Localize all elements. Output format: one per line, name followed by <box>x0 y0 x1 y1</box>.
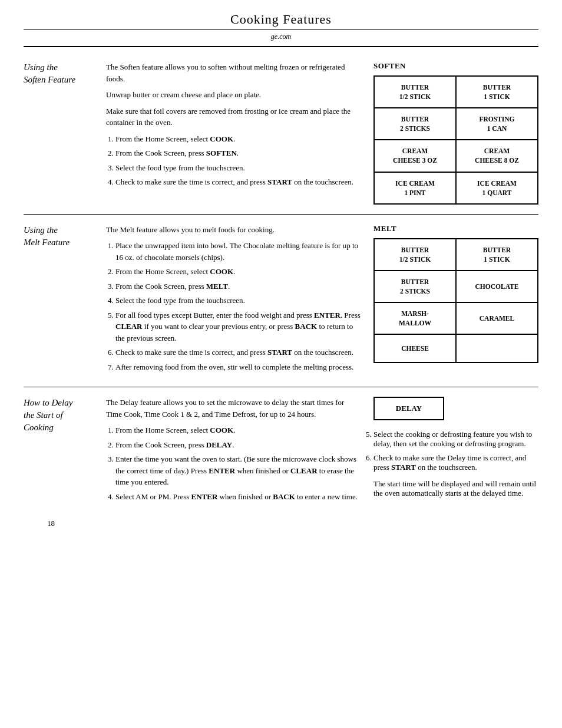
btn-melt-butter-half-stick[interactable]: BUTTER1/2 STICK <box>375 239 457 271</box>
delay-right: DELAY Select the cooking or defrosting f… <box>373 397 538 498</box>
delay-section: How to Delaythe Start ofCooking The Dela… <box>24 387 538 516</box>
soften-step-1: From the Home Screen, select COOK. <box>115 133 362 145</box>
btn-cream-cheese-3oz[interactable]: CREAMCHEESE 3 OZ <box>375 140 457 172</box>
melt-step-3: From the Cook Screen, press MELT. <box>115 281 362 292</box>
soften-buttons: SOFTEN BUTTER1/2 STICK BUTTER1 STICK BUT… <box>373 61 538 205</box>
delay-button[interactable]: DELAY <box>373 397 444 420</box>
btn-melt-caramel[interactable]: CARAMEL <box>457 303 538 335</box>
btn-melt-cheese[interactable]: CHEESE <box>375 335 457 363</box>
soften-para-3: Make sure that foil covers are removed f… <box>106 106 362 129</box>
melt-step-7: After removing food from the oven, stir … <box>115 361 362 373</box>
melt-content: The Melt feature allows you to melt food… <box>106 224 373 378</box>
delay-steps-right: Select the cooking or defrosting feature… <box>373 430 538 472</box>
soften-step-2: From the Cook Screen, press SOFTEN. <box>115 147 362 159</box>
melt-para-1: The Melt feature allows you to melt food… <box>106 224 362 236</box>
soften-title: Using theSoften Feature <box>24 61 100 86</box>
btn-melt-butter-2-sticks[interactable]: BUTTER2 STICKS <box>375 271 457 303</box>
soften-section: Using theSoften Feature The Soften featu… <box>24 52 538 215</box>
melt-label: MELT <box>373 224 538 233</box>
delay-step-3: Enter the time you want the oven to star… <box>115 453 362 488</box>
delay-content: The Delay feature allows you to set the … <box>106 397 373 507</box>
soften-para-2: Unwrap butter or cream cheese and place … <box>106 89 362 101</box>
delay-step-1: From the Home Screen, select COOK. <box>115 424 362 436</box>
melt-title: Using theMelt Feature <box>24 224 100 249</box>
melt-step-6: Check to make sure the time is correct, … <box>115 347 362 358</box>
soften-label: SOFTEN <box>373 61 538 71</box>
melt-step-1: Place the unwrapped item into bowl. The … <box>115 240 362 263</box>
btn-butter-1-stick[interactable]: BUTTER1 STICK <box>457 77 538 108</box>
melt-steps: Place the unwrapped item into bowl. The … <box>115 240 362 373</box>
soften-content: The Soften feature allows you to soften … <box>106 61 373 205</box>
soften-para-1: The Soften feature allows you to soften … <box>106 61 362 84</box>
page-title: Cooking Features <box>230 12 332 27</box>
soften-grid: BUTTER1/2 STICK BUTTER1 STICK BUTTER2 ST… <box>373 75 538 205</box>
page-number: 18 <box>47 519 55 528</box>
delay-step-2: From the Cook Screen, press DELAY. <box>115 439 362 451</box>
delay-steps-left: From the Home Screen, select COOK. From … <box>115 424 362 502</box>
delay-step-4: Select AM or PM. Press ENTER when finish… <box>115 491 362 503</box>
header-rule <box>24 29 538 30</box>
delay-title: How to Delaythe Start ofCooking <box>24 397 100 434</box>
delay-step-6: Check to make sure the Delay time is cor… <box>373 453 538 472</box>
delay-para-1: The Delay feature allows you to set the … <box>106 397 362 420</box>
melt-section: Using theMelt Feature The Melt feature a… <box>24 215 538 388</box>
soften-section-title: Using theSoften Feature <box>24 61 106 205</box>
delay-section-title: How to Delaythe Start ofCooking <box>24 397 106 434</box>
melt-step-4: Select the food type from the touchscree… <box>115 295 362 307</box>
btn-melt-marshmallow[interactable]: MARSH-MALLOW <box>375 303 457 335</box>
btn-cream-cheese-8oz[interactable]: CREAMCHEESE 8 OZ <box>457 140 538 172</box>
melt-step-5: For all food types except Butter, enter … <box>115 309 362 344</box>
melt-section-title: Using theMelt Feature <box>24 224 106 378</box>
soften-step-3: Select the food type from the touchscree… <box>115 162 362 174</box>
delay-step-5: Select the cooking or defrosting feature… <box>373 430 538 449</box>
btn-butter-2-sticks[interactable]: BUTTER2 STICKS <box>375 108 457 140</box>
melt-grid: BUTTER1/2 STICK BUTTER1 STICK BUTTER2 ST… <box>373 238 538 364</box>
melt-step-2: From the Home Screen, select COOK. <box>115 266 362 278</box>
btn-ice-cream-quart[interactable]: ICE CREAM1 QUART <box>457 173 538 205</box>
soften-steps: From the Home Screen, select COOK. From … <box>115 133 362 188</box>
page-header: Cooking Features ge.com <box>24 12 538 47</box>
btn-melt-butter-1-stick[interactable]: BUTTER1 STICK <box>457 239 538 271</box>
website: ge.com <box>24 32 538 41</box>
btn-frosting-1-can[interactable]: FROSTING1 CAN <box>457 108 538 140</box>
btn-butter-half-stick[interactable]: BUTTER1/2 STICK <box>375 77 457 108</box>
soften-step-4: Check to make sure the time is correct, … <box>115 176 362 188</box>
btn-melt-empty <box>457 335 538 363</box>
btn-ice-cream-pint[interactable]: ICE CREAM1 PINT <box>375 173 457 205</box>
delay-para-right: The start time will be displayed and wil… <box>373 479 538 498</box>
main-rule <box>24 46 538 47</box>
btn-melt-chocolate[interactable]: CHOCOLATE <box>457 271 538 303</box>
melt-buttons: MELT BUTTER1/2 STICK BUTTER1 STICK BUTTE… <box>373 224 538 378</box>
